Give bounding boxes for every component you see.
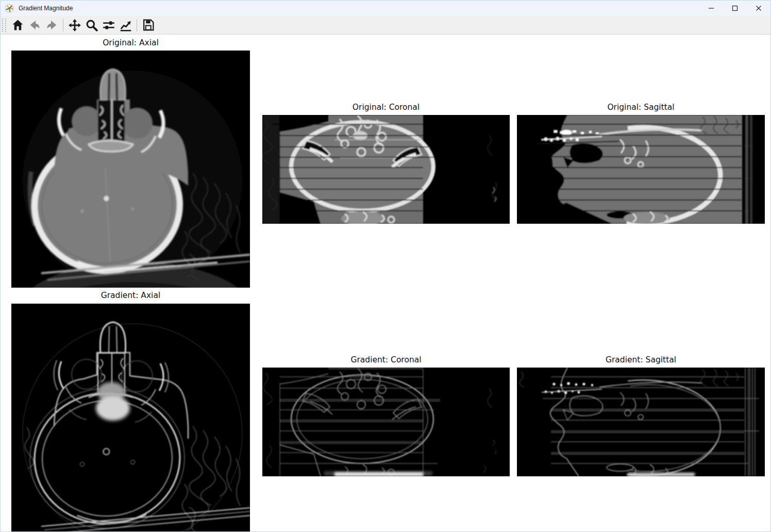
maximize-button[interactable] xyxy=(723,1,747,16)
line-chart-icon xyxy=(119,19,132,32)
panel-title-original-axial: Original: Axial xyxy=(11,37,250,48)
titlebar: Gradient Magnitude xyxy=(1,1,770,16)
original-sagittal-image[interactable] xyxy=(517,115,765,224)
panel-title-gradient-axial: Gradient: Axial xyxy=(11,290,250,301)
gradient-sagittal-image[interactable] xyxy=(517,368,765,476)
close-button[interactable] xyxy=(747,1,770,16)
save-button[interactable] xyxy=(140,18,156,33)
original-coronal-image[interactable] xyxy=(262,115,510,224)
minimize-icon xyxy=(708,5,714,11)
save-floppy-icon xyxy=(142,19,155,31)
magnifier-icon xyxy=(85,19,98,32)
toolbar-separator xyxy=(137,19,137,31)
original-axial-image[interactable] xyxy=(11,51,250,288)
pan-icon xyxy=(68,19,81,32)
home-icon xyxy=(11,19,24,31)
toolbar-separator xyxy=(63,19,63,31)
back-arrow-icon xyxy=(28,19,41,31)
figure-canvas[interactable]: Original: Axial Original: Coronal Origin… xyxy=(1,35,771,532)
panel-title-original-sagittal: Original: Sagittal xyxy=(517,102,765,113)
toolbar-drag-handle[interactable] xyxy=(2,19,6,32)
gradient-axial-image[interactable] xyxy=(11,304,250,532)
panel-title-gradient-coronal: Gradient: Coronal xyxy=(262,354,510,365)
zoom-button[interactable] xyxy=(83,18,99,33)
maximize-icon xyxy=(732,5,738,11)
configure-subplots-button[interactable] xyxy=(100,18,116,33)
back-button[interactable] xyxy=(27,18,43,33)
window-title: Gradient Magnitude xyxy=(19,5,73,12)
forward-arrow-icon xyxy=(45,19,58,31)
minimize-button[interactable] xyxy=(699,1,723,16)
close-icon xyxy=(756,5,762,11)
pan-button[interactable] xyxy=(66,18,82,33)
matplotlib-toolbar xyxy=(1,16,770,35)
gradient-coronal-image[interactable] xyxy=(262,368,510,476)
sliders-icon xyxy=(102,19,115,32)
edit-parameters-button[interactable] xyxy=(118,18,133,33)
matplotlib-logo-icon xyxy=(5,4,14,13)
forward-button[interactable] xyxy=(44,18,60,33)
home-button[interactable] xyxy=(10,18,26,33)
panel-title-original-coronal: Original: Coronal xyxy=(262,102,510,113)
app-window: { "window": { "title": "Gradient Magnitu… xyxy=(0,0,771,532)
panel-title-gradient-sagittal: Gradient: Sagittal xyxy=(517,354,765,365)
